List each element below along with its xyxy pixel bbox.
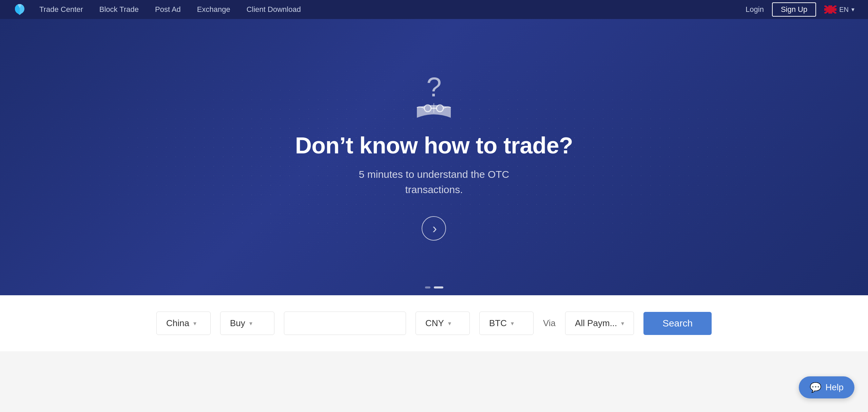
question-mark-icon: ? <box>426 74 442 101</box>
currency-chevron-icon: ▾ <box>448 320 451 327</box>
hero-icon: ? <box>413 74 454 121</box>
action-chevron-icon: ▾ <box>249 320 252 327</box>
crypto-label: BTC <box>489 318 507 329</box>
hero-content: ? Don’t know how to trade? 5 minutes to … <box>295 74 573 241</box>
nav-client-download[interactable]: Client Download <box>247 5 301 14</box>
action-label: Buy <box>230 318 245 329</box>
search-bar: China ▾ Buy ▾ CNY ▾ BTC ▾ Via All Paym..… <box>156 312 712 335</box>
book-glasses-icon <box>413 101 454 121</box>
crypto-dropdown[interactable]: BTC ▾ <box>479 312 534 335</box>
navbar: Trade Center Block Trade Post Ad Exchang… <box>0 0 868 19</box>
hero-play-button[interactable] <box>422 216 446 241</box>
help-icon: 💬 <box>810 382 822 393</box>
flag-icon <box>824 5 836 14</box>
signup-button[interactable]: Sign Up <box>772 2 816 17</box>
payment-chevron-icon: ▾ <box>621 320 624 327</box>
payment-dropdown[interactable]: All Paym... ▾ <box>565 312 634 335</box>
navbar-right: Login Sign Up EN ▾ <box>746 2 854 17</box>
nav-post-ad[interactable]: Post Ad <box>155 5 181 14</box>
logo[interactable] <box>14 3 26 16</box>
country-label: China <box>166 318 189 329</box>
nav-links: Trade Center Block Trade Post Ad Exchang… <box>39 5 746 14</box>
currency-dropdown[interactable]: CNY ▾ <box>416 312 470 335</box>
language-selector[interactable]: EN ▾ <box>824 5 854 14</box>
search-button[interactable]: Search <box>643 312 712 335</box>
nav-exchange[interactable]: Exchange <box>197 5 230 14</box>
payment-label: All Paym... <box>575 318 617 329</box>
hero-subtitle: 5 minutes to understand the OTC transact… <box>359 167 509 197</box>
help-button[interactable]: 💬 Help <box>799 376 854 398</box>
nav-trade-center[interactable]: Trade Center <box>39 5 83 14</box>
language-label: EN <box>839 6 849 14</box>
help-label: Help <box>826 382 844 393</box>
country-chevron-icon: ▾ <box>193 320 196 327</box>
hero-title: Don’t know how to trade? <box>295 132 573 158</box>
via-label: Via <box>543 318 556 329</box>
page-dot-1 <box>425 286 430 288</box>
currency-label: CNY <box>425 318 444 329</box>
search-section: China ▾ Buy ▾ CNY ▾ BTC ▾ Via All Paym..… <box>0 295 868 351</box>
page-indicator <box>425 286 443 288</box>
amount-input[interactable] <box>284 312 406 335</box>
hero-section: ? Don’t know how to trade? 5 minutes to … <box>0 19 868 295</box>
login-button[interactable]: Login <box>746 5 764 14</box>
action-dropdown[interactable]: Buy ▾ <box>220 312 274 335</box>
country-dropdown[interactable]: China ▾ <box>156 312 211 335</box>
nav-block-trade[interactable]: Block Trade <box>99 5 139 14</box>
page-dot-2 <box>434 286 443 288</box>
chevron-down-icon: ▾ <box>851 6 854 13</box>
crypto-chevron-icon: ▾ <box>511 320 514 327</box>
